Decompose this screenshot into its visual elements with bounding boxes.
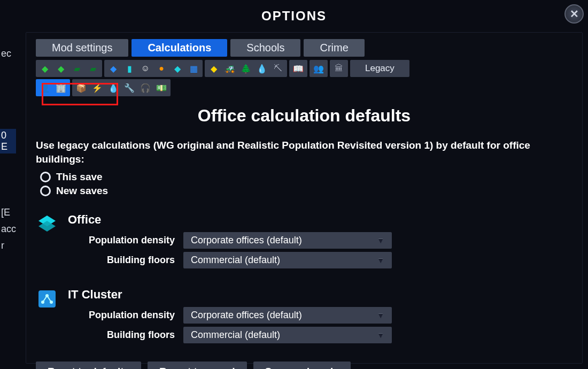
commercial-group[interactable]: ◆ ▮ ☺ ● ◆ ▦ (104, 60, 203, 77)
chevron-down-icon: ▼ (377, 311, 384, 320)
field-label: Building floors (68, 329, 175, 341)
window-title: OPTIONS (0, 0, 588, 29)
radio-new-saves[interactable]: New saves (40, 185, 572, 197)
legacy-description: Use legacy calculations (WG original and… (36, 139, 572, 166)
section-it-cluster: IT Cluster Population density Corporate … (36, 288, 572, 347)
field-label: Population density (68, 235, 175, 246)
options-panel: Mod settings Calculations Schools Crime … (26, 32, 583, 364)
it-cluster-icon (36, 288, 58, 310)
category-toolbar-2: 👤 🏢 📦 ⚡ 💧 🔧 🎧 💵 (36, 79, 572, 96)
commercial-high-icon: ▮ (123, 62, 136, 75)
field-population-density: Population density Corporate offices (de… (68, 307, 572, 324)
industrial-group[interactable]: ◆ 🚜 🌲 💧 ⛏ (205, 60, 287, 77)
dropdown-population-density[interactable]: Corporate offices (default) ▼ (183, 232, 392, 249)
tourism-icon: ☺ (139, 62, 152, 75)
office-subgroup[interactable]: 👤 🏢 (36, 79, 70, 96)
close-icon: ✕ (570, 7, 579, 20)
page-heading: Office calculation defaults (36, 106, 572, 126)
monument-group[interactable]: 🏛 (330, 60, 348, 77)
save-apply-button[interactable]: Save and apply (253, 362, 351, 369)
field-label: Building floors (68, 255, 175, 266)
power-icon: ⚡ (91, 81, 104, 94)
office-icon (36, 213, 58, 235)
section-title: IT Cluster (68, 288, 572, 302)
radio-icon (40, 186, 51, 196)
tabs-row: Mod settings Calculations Schools Crime (36, 39, 572, 57)
radio-label: This save (56, 171, 103, 183)
people-icon: 👥 (312, 62, 325, 75)
industry-icon: ◆ (207, 62, 220, 75)
field-label: Population density (68, 310, 175, 321)
oil-icon: 💧 (256, 62, 268, 75)
education-group[interactable]: 📖 (289, 60, 307, 77)
eco-commercial-icon: ▦ (187, 62, 200, 75)
box-icon: 📦 (75, 81, 88, 94)
chevron-down-icon: ▼ (377, 331, 384, 340)
leisure-icon: ● (155, 62, 168, 75)
chevron-down-icon: ▼ (377, 236, 384, 245)
dropdown-building-floors[interactable]: Commercial (default) ▼ (183, 252, 392, 268)
dropdown-value: Corporate offices (default) (191, 310, 302, 321)
house-low-icon: ◆ (38, 62, 51, 75)
dropdown-population-density[interactable]: Corporate offices (default) ▼ (183, 307, 392, 324)
water-icon: 💧 (107, 81, 120, 94)
ore-icon: ⛏ (272, 62, 284, 75)
section-office: Office Population density Corporate offi… (36, 213, 572, 272)
revert-button[interactable]: Revert to saved (148, 362, 247, 369)
svg-rect-2 (38, 290, 56, 308)
background-strip: ec 0 E [E acc r (0, 48, 16, 305)
tab-crime[interactable]: Crime (304, 39, 364, 57)
tool-icon: 🔧 (123, 81, 136, 94)
headphones-icon: 🎧 (139, 81, 152, 94)
tab-mod-settings[interactable]: Mod settings (36, 39, 128, 57)
radio-icon (40, 172, 51, 182)
dropdown-value: Commercial (default) (191, 329, 280, 341)
house-eco-icon: ▰ (71, 62, 83, 75)
category-toolbar-1: ◆ ◆ ▰ ▰ ◆ ▮ ☺ ● ◆ ▦ ◆ 🚜 🌲 💧 ⛏ 📖 👥 🏛 (36, 60, 572, 77)
building-icon: 🏢 (55, 81, 67, 94)
monument-icon: 🏛 (332, 62, 345, 75)
residential-group[interactable]: ◆ ◆ ▰ ▰ (36, 60, 102, 77)
dropdown-value: Corporate offices (default) (191, 235, 302, 246)
commercial-low-icon: ◆ (107, 62, 120, 75)
footer-buttons: Reset to defaults Revert to saved Save a… (36, 362, 572, 369)
field-building-floors: Building floors Commercial (default) ▼ (68, 327, 572, 343)
house-self-icon: ▰ (87, 62, 99, 75)
book-icon: 📖 (292, 62, 305, 75)
population-group[interactable]: 👥 (310, 60, 328, 77)
farming-icon: 🚜 (223, 62, 236, 75)
tab-schools[interactable]: Schools (230, 39, 300, 57)
radio-label: New saves (56, 185, 108, 197)
radio-this-save[interactable]: This save (40, 171, 572, 183)
organic-icon: ◆ (171, 62, 184, 75)
field-building-floors: Building floors Commercial (default) ▼ (68, 252, 572, 268)
money-icon: 💵 (155, 81, 168, 94)
dropdown-building-floors[interactable]: Commercial (default) ▼ (183, 327, 392, 343)
field-population-density: Population density Corporate offices (de… (68, 232, 572, 249)
house-high-icon: ◆ (55, 62, 67, 75)
tab-calculations[interactable]: Calculations (131, 39, 227, 57)
forestry-icon: 🌲 (239, 62, 252, 75)
close-button[interactable]: ✕ (564, 4, 584, 24)
reset-button[interactable]: Reset to defaults (36, 362, 141, 369)
legacy-button[interactable]: Legacy (350, 60, 409, 77)
chevron-down-icon: ▼ (377, 256, 384, 265)
utilities-subgroup[interactable]: 📦 ⚡ 💧 🔧 🎧 💵 (72, 79, 171, 96)
dropdown-value: Commercial (default) (191, 255, 280, 266)
section-title: Office (68, 213, 572, 227)
worker-icon: 👤 (38, 81, 51, 94)
